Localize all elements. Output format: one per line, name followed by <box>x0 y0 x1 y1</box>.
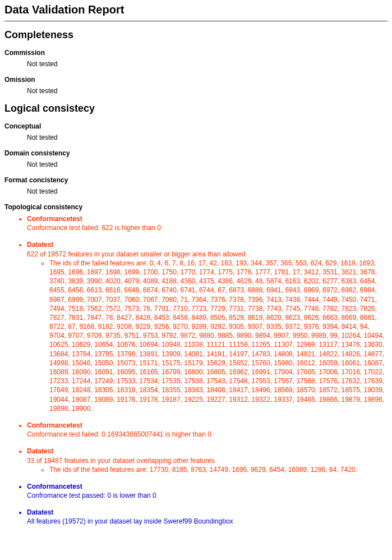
test-detail-list: The ids of the failed features are: 1773… <box>27 465 388 474</box>
test-detail: The ids of the failed features are: 1773… <box>49 465 388 474</box>
section-completeness: Completeness <box>4 29 388 41</box>
test-label: Conformancetest <box>27 482 388 491</box>
test-item: Datatest622 of 19572 features in your da… <box>27 240 388 413</box>
test-body: Conformance test failed: 622 is higher t… <box>27 223 388 232</box>
title-rule <box>4 21 388 21</box>
report-title: Data Validation Report <box>4 3 388 16</box>
test-detail-list: The ids of the failed features are: 0, 4… <box>27 259 388 413</box>
test-item: ConformancetestConformance test failed: … <box>27 214 388 232</box>
test-body: 33 of 19487 features in your dataset ove… <box>27 456 388 465</box>
test-detail: The ids of the failed features are: 0, 4… <box>49 259 388 413</box>
conceptual-value: Not tested <box>27 134 388 141</box>
subhead-omission: Omission <box>4 76 388 84</box>
test-label: Datatest <box>27 240 388 249</box>
subhead-topological: Topological consistency <box>4 203 388 211</box>
test-label: Datatest <box>27 447 388 456</box>
test-body: All features (19572) in your dataset lay… <box>27 517 388 526</box>
subhead-domain: Domain consistency <box>4 149 388 157</box>
commission-value: Not tested <box>27 60 388 68</box>
section-logical: Logical consistecy <box>4 103 388 114</box>
test-label: Conformancetest <box>27 421 388 430</box>
subhead-commission: Commission <box>4 49 388 57</box>
test-item: ConformancetestConfromance test passed: … <box>27 482 388 500</box>
test-label: Conformancetest <box>27 214 388 223</box>
domain-value: Not tested <box>27 160 388 168</box>
test-item: DatatestAll features (19572) in your dat… <box>27 508 388 526</box>
omission-value: Not tested <box>27 87 388 95</box>
subhead-format: Format concistency <box>4 176 388 184</box>
test-body: Conformance test failed: 0.1693436650074… <box>27 430 388 439</box>
format-value: Not tested <box>27 187 388 195</box>
test-item: Datatest33 of 19487 features in your dat… <box>27 447 388 474</box>
test-label: Datatest <box>27 508 388 517</box>
test-item: ConformancetestConformance test failed: … <box>27 421 388 439</box>
report-page: Data Validation Report Completeness Comm… <box>0 0 392 543</box>
subhead-conceptual: Conceptual <box>4 122 388 130</box>
topological-test-list: ConformancetestConformance test failed: … <box>4 214 388 526</box>
test-body: 622 of 19572 features in your dataset sm… <box>27 250 388 259</box>
test-body: Confromance test passed: 0 is lower than… <box>27 491 388 500</box>
